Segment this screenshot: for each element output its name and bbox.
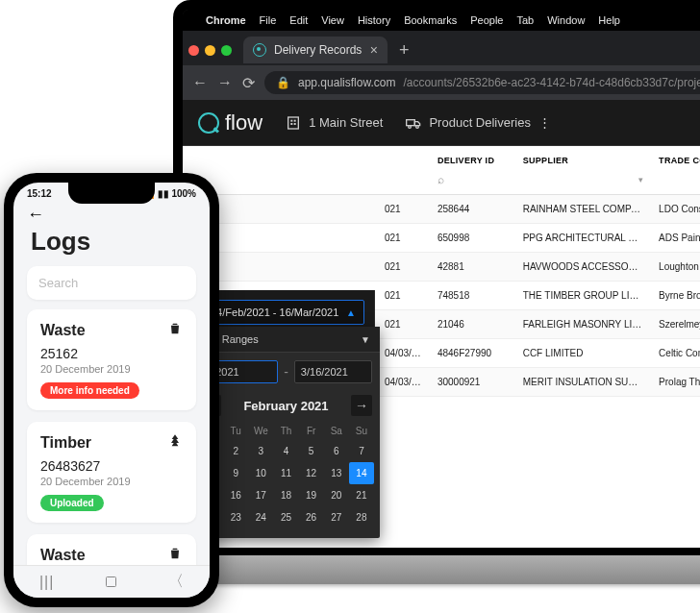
calendar-day[interactable]: 18 xyxy=(273,484,298,506)
menubar-item[interactable]: Tab xyxy=(516,14,534,26)
breadcrumb-more-icon[interactable]: ⋮ xyxy=(538,115,551,130)
table-cell-date: 021 xyxy=(183,253,430,282)
date-range-select[interactable]: 14/Feb/2021 - 16/Mar/2021 ▲ xyxy=(202,300,364,325)
calendar-day[interactable]: 2 xyxy=(223,440,248,462)
date-to-input[interactable]: 3/16/2021 xyxy=(294,360,372,383)
nav-back-icon[interactable]: ← xyxy=(192,74,208,91)
filter-supplier[interactable]: ▾ xyxy=(515,169,651,195)
table-row[interactable]: 021650998PPG ARCHITECTURAL COATINADS Pai… xyxy=(183,224,700,253)
calendar-day[interactable]: 24 xyxy=(248,506,273,528)
log-card[interactable]: Waste2516220 December 2019More info need… xyxy=(27,309,196,410)
calendar-dow: Tu xyxy=(223,422,248,440)
nav-back-icon[interactable]: 〈 xyxy=(168,572,184,592)
table-cell-date: 021 xyxy=(183,224,430,253)
calendar-day[interactable]: 5 xyxy=(299,440,324,462)
nav-home-icon[interactable] xyxy=(106,576,116,587)
calendar-day[interactable]: 6 xyxy=(324,440,349,462)
calendar-day[interactable]: 13 xyxy=(324,462,349,484)
table-row[interactable]: 02142881HAVWOODS ACCESSORIES LILoughton … xyxy=(183,253,700,282)
calendar-day[interactable]: 7 xyxy=(349,440,374,462)
status-pill: More info needed xyxy=(40,382,139,399)
close-tab-icon[interactable]: × xyxy=(370,42,378,58)
col-header-trade[interactable]: TRADE CONT xyxy=(651,146,700,169)
menubar-item[interactable]: File xyxy=(260,14,277,26)
col-header-supplier[interactable]: SUPPLIER xyxy=(515,146,651,169)
cal-next-button[interactable]: → xyxy=(351,395,372,416)
search-input[interactable]: Search xyxy=(27,266,196,300)
calendar-day[interactable]: 21 xyxy=(349,484,374,506)
calendar-day[interactable]: 27 xyxy=(324,506,349,528)
card-type: Timber xyxy=(40,434,91,452)
calendar-month-label: February 2021 xyxy=(243,399,328,413)
col-header-delivery-id[interactable]: DELIVERY ID xyxy=(430,146,515,169)
menubar-item[interactable]: Help xyxy=(598,14,620,26)
minimize-window-icon[interactable] xyxy=(205,45,215,56)
new-tab-button[interactable]: + xyxy=(393,40,415,61)
menubar-item[interactable]: View xyxy=(321,14,344,26)
caret-down-icon: ▼ xyxy=(361,334,370,345)
filter-trade[interactable] xyxy=(651,169,700,195)
menubar-app-name[interactable]: Chrome xyxy=(206,14,246,26)
table-cell-date: 021 xyxy=(183,195,430,224)
calendar-day[interactable]: 25 xyxy=(273,506,298,528)
calendar-day[interactable]: 10 xyxy=(248,462,273,484)
filter-delivery-id[interactable]: ⌕ xyxy=(430,169,515,195)
calendar-day[interactable]: 3 xyxy=(248,440,273,462)
log-card[interactable]: Waste84636 xyxy=(27,534,196,565)
app-header: flow 1 Main Street Product Deliveries ⋮ xyxy=(183,100,700,146)
qflow-logo-icon xyxy=(198,112,219,134)
svg-rect-5 xyxy=(407,119,415,125)
calendar-day[interactable]: 11 xyxy=(273,462,298,484)
table-cell-id: 748518 xyxy=(430,282,515,310)
menubar-item[interactable]: People xyxy=(470,14,503,26)
lock-icon: 🔒 xyxy=(276,76,290,89)
calendar-day[interactable]: 23 xyxy=(223,506,248,528)
filter-date[interactable] xyxy=(183,169,430,195)
laptop-bezel: Chrome File Edit View History Bookmarks … xyxy=(173,0,700,557)
phone-screen: 15:12 📶 ▮▮ 100% ← Logs Search Waste25162… xyxy=(13,183,210,598)
nav-recent-icon[interactable]: ||| xyxy=(39,574,54,591)
default-ranges-select[interactable]: ault Ranges ▼ xyxy=(192,327,380,353)
table-cell-id: 4846F27990 xyxy=(430,339,515,368)
table-cell-trade: Byrne Bros ( xyxy=(651,282,700,310)
breadcrumb-project[interactable]: 1 Main Street xyxy=(286,115,383,131)
card-header: Timber xyxy=(40,433,183,453)
table-cell-id: 42881 xyxy=(430,253,515,282)
close-window-icon[interactable] xyxy=(188,45,199,56)
calendar-grid: MoTuWeThFrSaSu12345678910111213141516171… xyxy=(192,422,380,538)
back-button[interactable]: ← xyxy=(13,201,210,225)
calendar-day[interactable]: 26 xyxy=(299,506,324,528)
calendar-popover: ault Ranges ▼ 4/2021 - 3/16/2021 ← Febru… xyxy=(192,327,380,538)
menubar-item[interactable]: Bookmarks xyxy=(404,14,457,26)
calendar-day[interactable]: 28 xyxy=(349,506,374,528)
log-card[interactable]: Timber2648362720 December 2019Uploaded xyxy=(27,422,196,523)
calendar-day[interactable]: 14 xyxy=(349,462,374,484)
browser-tab[interactable]: Delivery Records × xyxy=(243,37,388,63)
menubar-item[interactable]: Window xyxy=(547,14,585,26)
calendar-day[interactable]: 17 xyxy=(248,484,273,506)
nav-forward-icon[interactable]: → xyxy=(217,74,233,91)
calendar-day[interactable]: 9 xyxy=(223,462,248,484)
calendar-day[interactable]: 16 xyxy=(223,484,248,506)
range-dash: - xyxy=(284,364,288,380)
svg-point-7 xyxy=(416,125,419,128)
table-cell-trade: Szerelmey Re xyxy=(651,310,700,339)
search-icon: ⌕ xyxy=(438,173,444,186)
brand-name: flow xyxy=(225,110,262,135)
breadcrumb-section[interactable]: Product Deliveries ⋮ xyxy=(406,115,551,131)
menubar-item[interactable]: Edit xyxy=(289,14,308,26)
table-row[interactable]: 021258644RAINHAM STEEL COMPANY LILDO Con… xyxy=(183,195,700,224)
menubar-item[interactable]: History xyxy=(358,14,390,26)
table-cell-id: 21046 xyxy=(430,310,515,339)
address-bar[interactable]: 🔒 app.qualisflow.com/accounts/26532b6e-a… xyxy=(264,71,700,94)
calendar-day[interactable]: 20 xyxy=(324,484,349,506)
col-header-date[interactable] xyxy=(183,146,430,169)
maximize-window-icon[interactable] xyxy=(221,45,232,56)
calendar-day[interactable]: 12 xyxy=(299,462,324,484)
calendar-day[interactable]: 19 xyxy=(299,484,324,506)
calendar-header: ← February 2021 → xyxy=(192,391,380,422)
brand-logo[interactable]: flow xyxy=(198,110,262,135)
tab-title: Delivery Records xyxy=(274,43,362,57)
nav-reload-icon[interactable]: ⟳ xyxy=(242,74,255,92)
calendar-day[interactable]: 4 xyxy=(273,440,298,462)
